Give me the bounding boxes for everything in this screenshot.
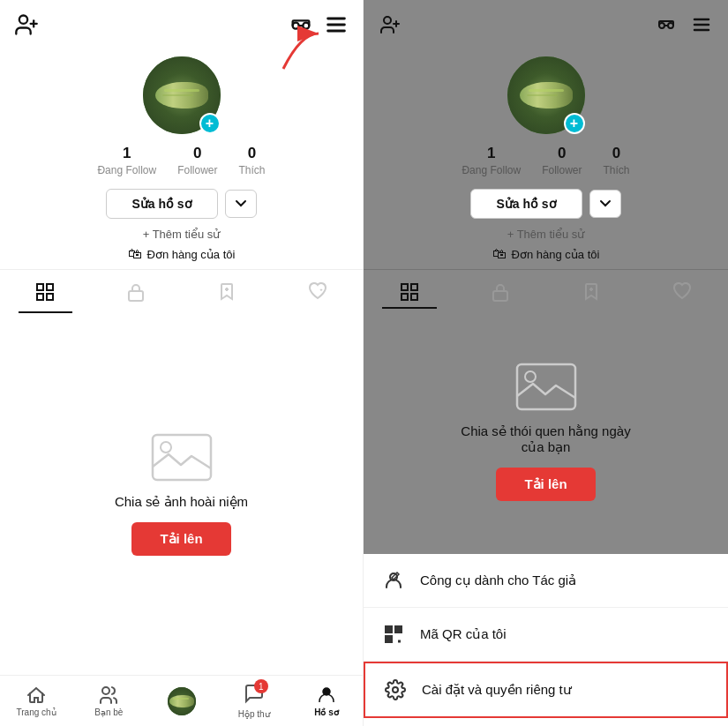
- svg-rect-13: [47, 294, 53, 300]
- following-label: Đang Follow: [97, 164, 156, 176]
- svg-rect-32: [402, 294, 408, 300]
- svg-point-18: [161, 442, 171, 453]
- left-panel: + 1 Đang Follow 0 Follower 0 Thích Sửa h…: [0, 0, 364, 726]
- tab-heart-right[interactable]: [637, 275, 728, 309]
- svg-rect-45: [387, 638, 390, 640]
- svg-rect-12: [37, 294, 43, 300]
- upload-button-right[interactable]: Tải lên: [496, 468, 595, 501]
- menu-item-qr-code[interactable]: Mã QR của tôi: [364, 608, 728, 662]
- stats-row-right: 1 Đang Follow 0 Follower 0 Thích: [462, 145, 629, 176]
- add-bio-link-right[interactable]: Thêm tiểu sử: [507, 228, 585, 241]
- tab-lock[interactable]: [91, 275, 182, 313]
- order-label: Đơn hàng của tôi: [147, 248, 236, 261]
- followers-label-right: Follower: [542, 164, 582, 176]
- nav-inbox-label: Hộp thư: [238, 709, 270, 719]
- nav-inbox[interactable]: 1 Hộp thư: [218, 683, 290, 719]
- svg-point-19: [102, 687, 109, 694]
- tab-bookmark-right[interactable]: [546, 275, 637, 309]
- svg-rect-11: [47, 284, 53, 290]
- svg-rect-44: [397, 628, 400, 631]
- upload-button-left[interactable]: Tải lên: [131, 522, 230, 556]
- red-arrow: [274, 25, 327, 81]
- menu-item-settings[interactable]: Cài đặt và quyền riêng tư: [364, 662, 728, 718]
- add-user-button[interactable]: [14, 12, 39, 37]
- photo-placeholder-icon: [151, 433, 213, 482]
- menu-icon-left[interactable]: [324, 12, 349, 37]
- tab-grid[interactable]: [0, 275, 91, 313]
- inbox-badge: 1: [254, 679, 268, 693]
- svg-rect-33: [411, 294, 417, 300]
- order-row-right[interactable]: 🛍 Đơn hàng của tôi: [492, 246, 600, 262]
- profile-section-left: + 1 Đang Follow 0 Follower 0 Thích Sửa h…: [0, 49, 363, 269]
- svg-point-38: [525, 371, 536, 382]
- heart-icon-right: [672, 282, 692, 300]
- nav-friends[interactable]: Bạn bè: [72, 685, 145, 717]
- tab-grid-right[interactable]: [364, 275, 454, 309]
- edit-profile-button-right[interactable]: Sửa hồ sơ: [470, 189, 582, 219]
- content-area-right: Chia sẻ thói quen hằng ngàycủa bạn Tải l…: [364, 309, 728, 554]
- share-text-left: Chia sẻ ảnh hoài niệm: [115, 494, 248, 510]
- svg-rect-14: [129, 291, 143, 301]
- svg-rect-43: [387, 628, 390, 631]
- nav-profile[interactable]: Hồ sơ: [290, 685, 363, 717]
- menu-item-author-tools[interactable]: Công cụ dành cho Tác giả: [364, 554, 728, 608]
- menu-icon-right[interactable]: [689, 12, 714, 37]
- followers-count-right: 0: [558, 145, 566, 162]
- svg-rect-10: [37, 284, 43, 290]
- bookmark-icon-right: [582, 282, 600, 302]
- avatar-wrapper: +: [143, 56, 221, 134]
- stat-followers[interactable]: 0 Follower: [177, 145, 217, 176]
- following-count: 1: [123, 145, 131, 162]
- lock-icon: [127, 282, 145, 306]
- avatar-add-button[interactable]: +: [199, 113, 221, 134]
- edit-profile-button[interactable]: Sửa hồ sơ: [106, 189, 217, 219]
- top-bar-right: [364, 0, 728, 49]
- avatar-wrapper-right: +: [507, 56, 585, 134]
- add-bio-link[interactable]: Thêm tiểu sử: [143, 228, 221, 241]
- bookmark-icon: [218, 282, 236, 306]
- tab-bookmark[interactable]: [182, 275, 273, 313]
- heart-icon: [308, 282, 327, 304]
- qr-code-label: Mã QR của tôi: [420, 626, 507, 642]
- tabs-bar-left: [0, 269, 363, 313]
- menu-overlay: Công cụ dành cho Tác giả: [364, 554, 728, 726]
- order-row[interactable]: 🛍 Đơn hàng của tôi: [128, 246, 236, 262]
- stat-likes[interactable]: 0 Thích: [239, 145, 266, 176]
- author-tools-icon: [381, 568, 406, 593]
- stats-row-left: 1 Đang Follow 0 Follower 0 Thích: [97, 145, 265, 176]
- dropdown-button[interactable]: [225, 190, 257, 218]
- tab-lock-right[interactable]: [454, 275, 545, 309]
- add-user-button-right[interactable]: [378, 12, 402, 37]
- svg-rect-34: [493, 291, 507, 301]
- stat-following-right[interactable]: 1 Đang Follow: [462, 145, 521, 176]
- photo-placeholder-icon-right: [515, 363, 577, 411]
- order-label-right: Đơn hàng của tôi: [512, 248, 600, 261]
- stat-likes-right[interactable]: 0 Thích: [604, 145, 630, 176]
- nav-profile-label: Hồ sơ: [314, 707, 339, 717]
- followers-count: 0: [193, 145, 201, 162]
- likes-count-right: 0: [612, 145, 620, 162]
- dropdown-button-right[interactable]: [589, 190, 621, 218]
- settings-label: Cài đặt và quyền riêng tư: [422, 682, 572, 698]
- grid-icon: [35, 282, 55, 306]
- svg-point-1: [19, 16, 27, 24]
- stat-followers-right[interactable]: 0 Follower: [542, 145, 582, 176]
- content-area-left: Chia sẻ ảnh hoài niệm Tải lên: [0, 313, 363, 675]
- share-text-right: Chia sẻ thói quen hằng ngàycủa bạn: [461, 423, 630, 455]
- likes-count: 0: [248, 145, 256, 162]
- nav-camera[interactable]: [145, 687, 217, 715]
- lock-icon-right: [492, 282, 509, 302]
- svg-point-53: [393, 687, 398, 692]
- svg-rect-30: [402, 284, 408, 290]
- svg-rect-31: [411, 284, 417, 290]
- likes-label: Thích: [239, 164, 266, 176]
- nav-home-label: Trang chủ: [17, 707, 56, 717]
- nav-home[interactable]: Trang chủ: [0, 685, 72, 717]
- stat-following[interactable]: 1 Đang Follow: [97, 145, 156, 176]
- bio-section-right: Thêm tiểu sử 🛍 Đơn hàng của tôi: [492, 228, 600, 262]
- author-tools-label: Công cụ dành cho Tác giả: [420, 573, 576, 588]
- glasses-icon-right[interactable]: [654, 12, 679, 37]
- avatar-add-button-right[interactable]: +: [564, 113, 585, 134]
- nav-friends-label: Bạn bè: [94, 707, 123, 717]
- tab-heart[interactable]: [272, 275, 363, 313]
